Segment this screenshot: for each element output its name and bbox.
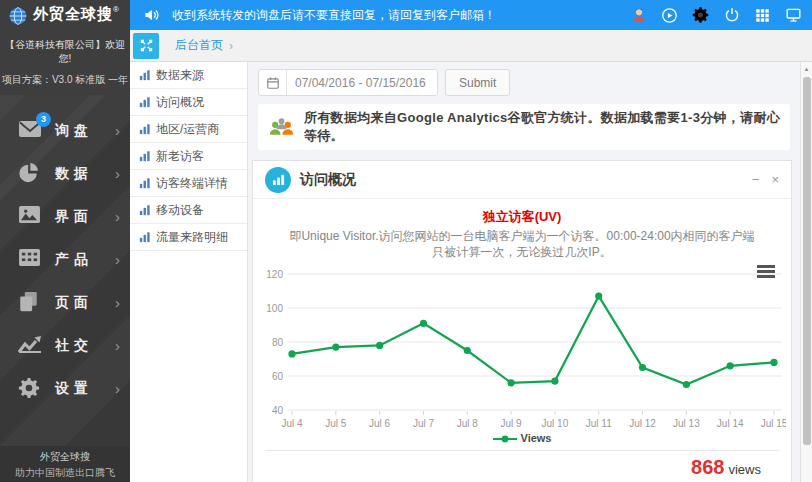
submenu-item-visit-overview[interactable]: 访问概况 xyxy=(130,89,247,116)
chart-title: 独立访客(UV) xyxy=(253,208,791,226)
gear-icon[interactable] xyxy=(692,7,709,24)
submenu-item-traffic-source-detail[interactable]: 流量来路明细 xyxy=(130,224,247,251)
submenu-item-data-source[interactable]: 数据来源 xyxy=(130,62,247,89)
visit-overview-panel: 访问概况 −× 独立访客(UV) 即Unique Visitor.访问您网站的一… xyxy=(252,160,792,482)
submenu-item-new-old-visitors[interactable]: 新老访客 xyxy=(130,143,247,170)
sidebar-item-settings[interactable]: 设置› xyxy=(0,367,130,410)
chevron-right-icon: › xyxy=(115,208,120,225)
bar-chart-icon xyxy=(139,150,151,162)
topbar-icon-group xyxy=(630,7,812,24)
footer-slogan: 助力中国制造出口腾飞 xyxy=(0,466,130,480)
svg-text:Jul 6: Jul 6 xyxy=(369,418,391,429)
submenu-item-label: 地区/运营商 xyxy=(156,121,219,138)
sidebar-item-inquiry[interactable]: 3询盘› xyxy=(0,109,130,152)
power-icon[interactable] xyxy=(723,7,740,24)
apps-grid-icon[interactable] xyxy=(754,7,771,24)
close-icon[interactable]: × xyxy=(771,173,779,186)
scrollbar-thumb[interactable] xyxy=(803,77,811,445)
submenu-item-mobile-devices[interactable]: 移动设备 xyxy=(130,197,247,224)
sidebar-item-label: 产品 xyxy=(55,251,115,269)
data-submenu: 数据来源访问概况地区/运营商新老访客访客终端详情移动设备流量来路明细 xyxy=(130,62,248,482)
sidebar: 外贸全球搜 ® 【谷道科技有限公司】欢迎您! 项目方案：V3.0 标准版 一年 … xyxy=(0,0,130,482)
play-circle-icon[interactable] xyxy=(661,7,678,24)
svg-text:Jul 9: Jul 9 xyxy=(501,418,523,429)
people-group-icon xyxy=(268,117,295,137)
breadcrumb-home-link[interactable]: 后台首页 xyxy=(175,37,223,54)
date-range-picker xyxy=(258,69,438,96)
minimize-icon[interactable]: − xyxy=(752,173,760,186)
total-views-unit: views xyxy=(728,462,761,477)
sidebar-item-label: 社交 xyxy=(55,337,115,355)
submenu-item-label: 数据来源 xyxy=(156,67,204,84)
svg-text:Jul 15: Jul 15 xyxy=(761,418,786,429)
submenu-item-label: 新老访客 xyxy=(156,148,204,165)
submenu-item-label: 移动设备 xyxy=(156,202,204,219)
svg-text:Jul 10: Jul 10 xyxy=(542,418,569,429)
svg-text:Jul 13: Jul 13 xyxy=(673,418,700,429)
app-window: 外贸全球搜 ® 【谷道科技有限公司】欢迎您! 项目方案：V3.0 标准版 一年 … xyxy=(0,0,812,482)
sidebar-item-data[interactable]: 数据› xyxy=(0,152,130,195)
submenu-item-label: 访问概况 xyxy=(156,94,204,111)
sidebar-footer: 外贸全球搜 助力中国制造出口腾飞 xyxy=(0,446,130,482)
sidebar-item-label: 数据 xyxy=(55,165,115,183)
svg-text:Jul 12: Jul 12 xyxy=(629,418,656,429)
svg-text:40: 40 xyxy=(272,405,284,416)
bar-chart-icon xyxy=(139,177,151,189)
sidebar-item-label: 设置 xyxy=(55,380,115,398)
chevron-right-icon: › xyxy=(115,380,120,397)
bar-chart-icon xyxy=(139,69,151,81)
sidebar-item-label: 询盘 xyxy=(55,122,115,140)
panel-title: 访问概况 xyxy=(300,171,356,189)
submenu-item-region-carrier[interactable]: 地区/运营商 xyxy=(130,116,247,143)
vertical-scrollbar[interactable]: ▲ xyxy=(800,62,812,482)
legend-series-label: Views xyxy=(521,432,552,444)
legend-marker-icon xyxy=(493,434,517,444)
submenu-item-label: 访客终端详情 xyxy=(156,175,228,192)
calendar-icon[interactable] xyxy=(259,70,287,95)
chart-subtitle: 即Unique Visitor.访问您网站的一台电脑客户端为一个访客。00:00… xyxy=(287,228,757,260)
envelope-icon: 3 xyxy=(18,119,44,143)
date-toolbar: Submit xyxy=(248,62,800,96)
google-analytics-notice: 所有数据均来自Google Analytics谷歌官方统计。数据加载需要1-3分… xyxy=(258,104,790,150)
svg-text:60: 60 xyxy=(272,371,284,382)
monitor-icon[interactable] xyxy=(785,7,802,24)
sidebar-item-label: 页面 xyxy=(55,294,115,312)
panel-controls: −× xyxy=(752,173,779,186)
chevron-right-icon: › xyxy=(115,294,120,311)
welcome-text: 【谷道科技有限公司】欢迎您! xyxy=(0,38,130,66)
sidebar-item-product[interactable]: 产品› xyxy=(0,238,130,281)
product-grid-icon xyxy=(18,248,44,272)
total-views-row: 868views xyxy=(253,451,791,479)
globe-logo-icon xyxy=(8,6,28,26)
chart-legend[interactable]: Views xyxy=(253,432,791,444)
speaker-icon xyxy=(144,8,160,22)
sidebar-item-page[interactable]: 页面› xyxy=(0,281,130,324)
brand-logo: 外贸全球搜 ® xyxy=(0,0,130,30)
bar-chart-icon xyxy=(139,123,151,135)
svg-text:Jul 14: Jul 14 xyxy=(717,418,744,429)
hamburger-menu-icon[interactable] xyxy=(757,265,775,279)
chart-area: 独立访客(UV) 即Unique Visitor.访问您网站的一台电脑客户端为一… xyxy=(253,208,791,444)
pages-icon xyxy=(18,291,44,315)
submit-button[interactable]: Submit xyxy=(445,69,510,96)
panel-header: 访问概况 −× xyxy=(253,161,791,199)
date-range-input[interactable] xyxy=(287,70,437,95)
sidebar-menu: 3询盘›数据›界面›产品›页面›社交›设置› xyxy=(0,95,130,446)
image-icon xyxy=(18,205,44,229)
sidebar-item-social[interactable]: 社交› xyxy=(0,324,130,367)
user-avatar-icon[interactable] xyxy=(630,7,647,24)
footer-brand: 外贸全球搜 xyxy=(0,450,130,464)
svg-text:100: 100 xyxy=(266,303,283,314)
submenu-item-visitor-terminal[interactable]: 访客终端详情 xyxy=(130,170,247,197)
scroll-up-arrow-icon[interactable]: ▲ xyxy=(801,62,812,72)
breadcrumb-separator: › xyxy=(229,39,233,53)
svg-text:Jul 4: Jul 4 xyxy=(281,418,303,429)
expand-button[interactable] xyxy=(133,33,159,59)
notice-text: 所有数据均来自Google Analytics谷歌官方统计。数据加载需要1-3分… xyxy=(304,109,780,145)
sidebar-item-interface[interactable]: 界面› xyxy=(0,195,130,238)
chevron-right-icon: › xyxy=(115,122,120,139)
uv-line-chart: 406080100120Jul 4Jul 5Jul 6Jul 7Jul 8Jul… xyxy=(258,264,786,432)
trend-chart-icon xyxy=(18,334,44,358)
gear-icon xyxy=(18,377,44,401)
expand-icon xyxy=(139,38,154,53)
